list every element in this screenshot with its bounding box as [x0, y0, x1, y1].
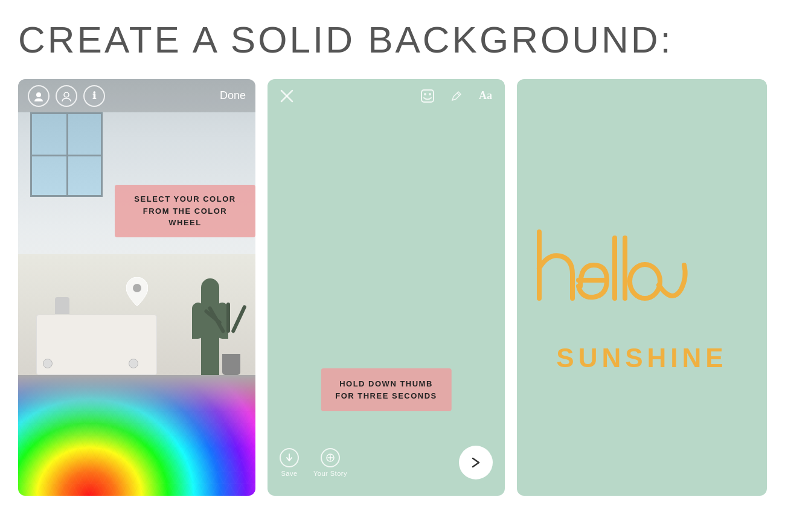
- grey-overlay: [18, 375, 255, 496]
- svg-point-9: [424, 93, 426, 95]
- svg-point-1: [64, 92, 69, 97]
- cactus-area: [201, 278, 219, 375]
- done-button[interactable]: Done: [220, 89, 246, 102]
- screenshots-row: ℹ Done: [18, 79, 767, 496]
- user-icon[interactable]: [56, 85, 77, 107]
- sc1-top-icons: ℹ: [28, 85, 105, 107]
- svg-point-2: [133, 284, 141, 292]
- save-icon: [280, 448, 299, 467]
- sc1-top-bar: ℹ Done: [18, 79, 255, 112]
- callout-box-2: hOLd DOWN THUMBFOR THREE SECONDS: [321, 368, 452, 411]
- screenshot-1: ℹ Done: [18, 79, 255, 496]
- sunshine-text: SUNSHINE: [556, 343, 727, 373]
- callout-box-1: SELECT YOUR COLORFROM THE COLOR WHEEL: [115, 185, 255, 237]
- sp-pot: [222, 354, 240, 375]
- screenshot-3: SUNSHINE: [517, 79, 767, 496]
- info-icon[interactable]: ℹ: [83, 85, 105, 107]
- svg-point-10: [429, 93, 431, 95]
- sc2-top-bar: Aa: [268, 79, 505, 112]
- page-container: CREATE A SOLID BACKGROUND:: [0, 0, 785, 508]
- callout-text-1: SELECT YOUR COLORFROM THE COLOR WHEEL: [126, 193, 245, 229]
- svg-point-16: [630, 264, 660, 298]
- profile-icon[interactable]: [28, 85, 50, 107]
- pen-icon[interactable]: [447, 86, 466, 106]
- sp-leaves: [219, 303, 243, 357]
- svg-point-0: [36, 92, 41, 97]
- sticker-icon[interactable]: [418, 86, 437, 106]
- sc2-top-right-icons: Aa: [418, 86, 495, 106]
- window-shape: [30, 112, 103, 197]
- save-label: Save: [281, 470, 297, 477]
- your-story-icon: [321, 448, 340, 467]
- callout-text-2: hOLd DOWN THUMBFOR THREE SECONDS: [335, 378, 437, 402]
- save-action[interactable]: Save: [280, 448, 299, 477]
- text-icon[interactable]: Aa: [476, 86, 495, 106]
- location-pin: [126, 277, 148, 312]
- hello-svg-container: [527, 202, 757, 325]
- next-button[interactable]: [459, 446, 493, 479]
- small-plant: [219, 303, 243, 375]
- cabinet-object: [55, 297, 69, 314]
- your-story-action[interactable]: Your Story: [313, 448, 347, 477]
- close-icon[interactable]: [277, 86, 296, 106]
- window-frame-v: [66, 114, 68, 195]
- sc2-bottom-actions: Save Your Story: [280, 448, 347, 477]
- your-story-label: Your Story: [313, 470, 347, 477]
- screenshot-2: Aa hOLd DOWN THUMBFOR THREE SECONDS: [268, 79, 505, 496]
- cactus-body: [201, 278, 219, 375]
- page-title: CREATE A SOLID BACKGROUND:: [18, 18, 767, 61]
- sp-leaf-2: [226, 303, 230, 333]
- hello-svg: [527, 202, 757, 322]
- cactus-arm-left: [192, 303, 204, 339]
- color-wheel-gradient: [18, 375, 255, 496]
- svg-line-11: [457, 93, 460, 95]
- cabinet-handle: [43, 359, 53, 368]
- cabinet-handle-2: [129, 359, 138, 368]
- cabinet: [36, 315, 157, 375]
- sc2-bottom-bar: Save Your Story: [268, 441, 505, 496]
- color-wheel-area[interactable]: [18, 375, 255, 496]
- svg-rect-8: [421, 90, 434, 102]
